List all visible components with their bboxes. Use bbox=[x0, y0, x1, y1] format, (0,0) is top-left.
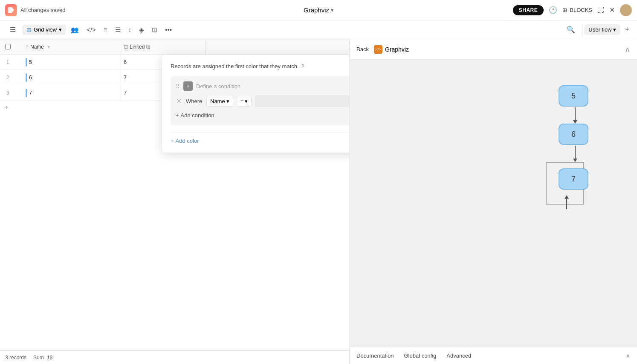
view-dropdown[interactable]: ⊞ Grid view ▾ bbox=[22, 25, 66, 35]
condition-value-input[interactable] bbox=[255, 95, 350, 107]
graph-node-5: 5 bbox=[559, 85, 588, 107]
top-right-actions: SHARE 🕐 ⊞ BLOCKS ⛶ ✕ bbox=[513, 4, 632, 16]
back-button[interactable]: Back bbox=[356, 46, 369, 52]
sidebar-toggle-button[interactable]: ☰ bbox=[5, 22, 20, 38]
checkbox-all[interactable] bbox=[5, 44, 11, 49]
avatar bbox=[620, 4, 632, 16]
left-panel: ≡ Name ▾ ⊡ Linked to 1 5 6 2 bbox=[0, 39, 350, 364]
close-button[interactable]: ✕ bbox=[609, 6, 615, 14]
field-label: Name bbox=[210, 98, 225, 104]
user-flow-button[interactable]: User flow ▾ bbox=[584, 24, 620, 35]
remove-condition-button[interactable]: ✕ bbox=[176, 97, 182, 105]
operator-dropdown[interactable]: = ▾ bbox=[237, 96, 252, 107]
collapse-bottom-icon[interactable]: ∧ bbox=[626, 352, 630, 359]
row-name-cell[interactable]: 7 bbox=[22, 85, 120, 100]
advanced-tab[interactable]: Advanced bbox=[446, 351, 471, 361]
title-chevron[interactable]: ▾ bbox=[331, 7, 333, 13]
add-color-label: Add color bbox=[176, 138, 199, 144]
row-name-cell[interactable]: 5 bbox=[22, 55, 120, 69]
top-bar: All changes saved Graphviz ▾ SHARE 🕐 ⊞ B… bbox=[0, 0, 637, 20]
add-color-plus-icon: + bbox=[171, 138, 174, 144]
hamburger-icon: ☰ bbox=[10, 26, 16, 34]
field-dropdown[interactable]: Name ▾ bbox=[206, 96, 233, 107]
drag-handle-icon[interactable]: ⠿ bbox=[176, 83, 180, 90]
color-chevron-icon: ▾ bbox=[187, 84, 189, 88]
blocks-button[interactable]: ⊞ BLOCKS bbox=[562, 7, 592, 13]
add-condition-button[interactable]: + Add condition bbox=[176, 110, 350, 120]
graph-node-6: 6 bbox=[559, 124, 588, 145]
saved-status: All changes saved bbox=[20, 7, 66, 13]
row-name-cell[interactable]: 6 bbox=[22, 70, 120, 85]
user-flow-chevron-icon: ▾ bbox=[613, 26, 616, 33]
row-name-value: 6 bbox=[29, 74, 32, 81]
global-config-tab[interactable]: Global config bbox=[404, 351, 436, 361]
table-header: ≡ Name ▾ ⊡ Linked to bbox=[0, 39, 349, 55]
graph-canvas: 5 6 7 bbox=[350, 60, 637, 347]
right-bottom-bar: Documentation Global config Advanced ∧ bbox=[350, 347, 637, 364]
app-logo bbox=[5, 4, 17, 16]
graphviz-icon: </> bbox=[374, 45, 382, 54]
right-title-label: Graphviz bbox=[385, 46, 409, 53]
row-number: 3 bbox=[0, 90, 15, 96]
graph-node-7: 7 bbox=[559, 168, 588, 190]
row-number: 2 bbox=[0, 75, 15, 81]
arrow-head-up-icon bbox=[565, 195, 569, 199]
fields-button[interactable]: ☰ bbox=[112, 24, 124, 35]
linked-column-header[interactable]: ⊡ Linked to bbox=[120, 39, 206, 54]
history-button[interactable]: 🕐 bbox=[549, 6, 557, 14]
status-bar: 3 records Sum 18 bbox=[0, 350, 349, 364]
linked-col-icon: ⊡ bbox=[124, 44, 128, 50]
where-label: Where bbox=[186, 98, 203, 104]
blocks-label: BLOCKS bbox=[570, 7, 592, 13]
color-button[interactable]: ◈ bbox=[136, 24, 147, 35]
search-button[interactable]: 🔍 bbox=[567, 26, 575, 34]
define-condition-text: Define a condition bbox=[196, 83, 240, 90]
share-button[interactable]: SHARE bbox=[513, 5, 544, 15]
right-panel: Back </> Graphviz ∧ 5 6 bbox=[350, 39, 637, 364]
code-button[interactable]: </> bbox=[84, 24, 99, 35]
name-column-header[interactable]: ≡ Name ▾ bbox=[22, 39, 120, 54]
arrow-line bbox=[575, 107, 576, 120]
arrow-head-icon bbox=[573, 159, 577, 162]
operator-chevron-icon: ▾ bbox=[245, 98, 248, 104]
popup-footer: + Add color bbox=[171, 132, 350, 144]
grid-view-icon: ⊞ bbox=[26, 26, 32, 33]
arrow-6-to-7 bbox=[573, 146, 577, 162]
select-all-checkbox[interactable] bbox=[0, 44, 15, 49]
popup-info-text: Records are assigned the first color tha… bbox=[171, 63, 299, 69]
toolbar: ☰ ⊞ Grid view ▾ 👥 </> ≡ ☰ ↕ ◈ ⊡ ••• 🔍 Us… bbox=[0, 20, 637, 39]
arrow-head-icon bbox=[573, 120, 577, 124]
row-linked-value: 7 bbox=[124, 74, 127, 81]
arrow-5-to-6 bbox=[573, 107, 577, 124]
row-name-value: 5 bbox=[29, 59, 32, 65]
row-height-button[interactable]: ⊡ bbox=[149, 24, 160, 35]
more-button[interactable]: ••• bbox=[162, 24, 175, 35]
documentation-tab[interactable]: Documentation bbox=[356, 351, 394, 361]
field-chevron-icon: ▾ bbox=[226, 98, 229, 104]
color-condition-popup: Records are assigned the first color tha… bbox=[162, 55, 350, 153]
arrow-box-up bbox=[565, 195, 569, 209]
row-linked-value: 7 bbox=[124, 90, 127, 96]
node-7-label: 7 bbox=[571, 175, 576, 184]
help-icon[interactable]: ? bbox=[301, 63, 304, 69]
add-condition-icon: + bbox=[176, 112, 179, 118]
sort-button[interactable]: ↕ bbox=[125, 24, 135, 35]
right-panel-header: Back </> Graphviz ∧ bbox=[350, 39, 637, 60]
color-rule: ⠿ ▾ Define a condition ✕ Where Name ▾ = bbox=[171, 76, 350, 125]
name-col-icon: ≡ bbox=[26, 44, 29, 50]
fullscreen-button[interactable]: ⛶ bbox=[597, 6, 604, 14]
color-picker-button[interactable]: ▾ bbox=[183, 81, 193, 91]
rule-header: ⠿ ▾ Define a condition bbox=[176, 81, 350, 91]
add-color-button[interactable]: + Add color bbox=[171, 138, 199, 144]
add-icon: + bbox=[5, 104, 9, 110]
main-area: ≡ Name ▾ ⊡ Linked to 1 5 6 2 bbox=[0, 39, 637, 364]
filter-button[interactable]: ≡ bbox=[101, 24, 110, 35]
view-chevron-icon: ▾ bbox=[59, 26, 62, 33]
blocks-grid-icon: ⊞ bbox=[562, 7, 567, 13]
records-count: 3 records bbox=[5, 355, 26, 361]
name-col-label: Name bbox=[30, 44, 44, 50]
add-view-button[interactable]: + bbox=[622, 24, 632, 35]
collapse-panel-button[interactable]: ∧ bbox=[625, 45, 630, 54]
group-by-button[interactable]: 👥 bbox=[68, 24, 82, 35]
linked-col-label: Linked to bbox=[130, 44, 151, 50]
